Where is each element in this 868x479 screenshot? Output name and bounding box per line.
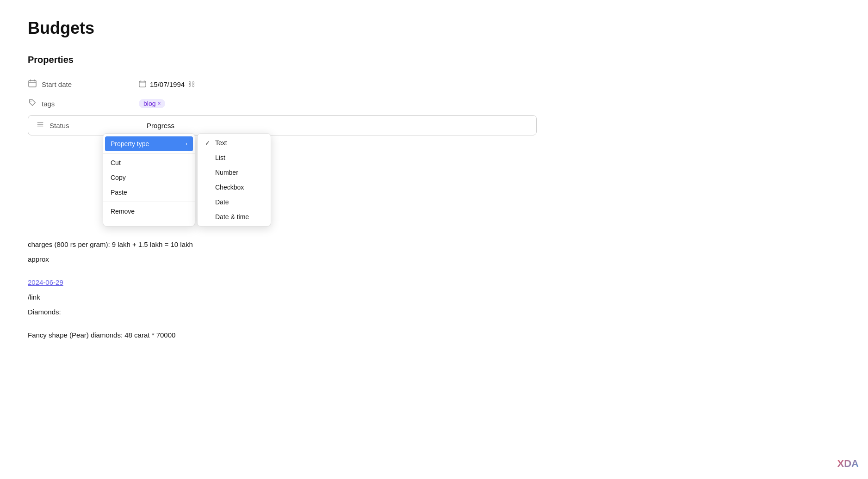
menu-item-paste-label: Paste — [111, 189, 127, 196]
menu-item-property-type-label: Property type — [111, 140, 149, 147]
submenu-item-date-time[interactable]: ✓ Date & time — [198, 209, 271, 224]
svg-rect-0 — [29, 80, 36, 87]
status-value: Progress — [147, 122, 174, 129]
menu-divider-2 — [103, 202, 195, 202]
menu-item-property-type-chevron: › — [186, 141, 187, 147]
tags-label-text: tags — [42, 100, 55, 108]
start-date-value-text: 15/07/1994 — [150, 80, 185, 88]
menu-divider — [103, 153, 195, 154]
status-label: Status — [36, 120, 137, 130]
context-menu-container: Property type › Cut Copy Paste Remove — [103, 133, 271, 227]
link-line: /link — [28, 292, 620, 303]
content-section: charges (800 rs per gram): 9 lakh + 1.5 … — [28, 239, 620, 341]
context-menu-left: Property type › Cut Copy Paste Remove — [103, 133, 195, 227]
calendar-icon — [28, 79, 37, 89]
submenu-item-text[interactable]: ✓ Text — [198, 135, 271, 150]
charges-text: charges (800 rs per gram): 9 lakh + 1.5 … — [28, 240, 193, 248]
start-date-calendar-icon — [139, 80, 146, 89]
submenu-item-checkbox-label: Checkbox — [215, 184, 244, 191]
text-check-icon: ✓ — [205, 140, 211, 147]
menu-item-cut[interactable]: Cut — [103, 155, 195, 170]
approx-line: approx — [28, 254, 620, 265]
svg-point-8 — [31, 101, 31, 102]
submenu-item-date[interactable]: ✓ Date — [198, 195, 271, 209]
start-date-link-icon[interactable]: ⛓ — [188, 80, 195, 88]
status-label-text: Status — [50, 122, 69, 129]
link-text: /link — [28, 293, 40, 301]
date-link[interactable]: 2024-06-29 — [28, 278, 63, 286]
submenu-item-text-label: Text — [215, 139, 227, 147]
submenu-item-date-time-label: Date & time — [215, 213, 249, 221]
submenu-item-number-label: Number — [215, 169, 238, 176]
diamonds-text: Diamonds: — [28, 308, 61, 316]
fancy-shape-line: Fancy shape (Pear) diamonds: 48 carat * … — [28, 330, 620, 341]
properties-section: Properties Start date — [28, 55, 620, 137]
watermark-text: XDA — [837, 458, 859, 470]
tag-icon — [28, 98, 37, 109]
menu-item-copy[interactable]: Copy — [103, 170, 195, 185]
menu-item-remove[interactable]: Remove — [103, 204, 195, 219]
menu-item-paste[interactable]: Paste — [103, 185, 195, 200]
submenu-item-date-label: Date — [215, 198, 229, 206]
date-link-line: 2024-06-29 — [28, 277, 620, 288]
watermark: XDA — [837, 458, 859, 470]
approx-text: approx — [28, 255, 49, 263]
tags-row: tags blog × — [28, 94, 620, 113]
menu-item-remove-label: Remove — [111, 208, 135, 215]
page-title: Budgets — [28, 18, 620, 38]
blog-tag-label: blog — [143, 100, 155, 107]
blog-tag-close[interactable]: × — [157, 100, 161, 107]
tags-value: blog × — [139, 99, 165, 108]
status-value-text: Progress — [147, 122, 174, 129]
fancy-shape-text: Fancy shape (Pear) diamonds: 48 carat * … — [28, 331, 175, 339]
submenu-item-list-label: List — [215, 154, 225, 161]
menu-item-copy-label: Copy — [111, 174, 126, 181]
svg-rect-4 — [139, 81, 146, 86]
start-date-row: Start date 15/07/1994 ⛓ — [28, 74, 620, 94]
start-date-value: 15/07/1994 ⛓ — [139, 80, 195, 89]
menu-item-property-type[interactable]: Property type › — [105, 136, 193, 151]
properties-heading: Properties — [28, 55, 620, 65]
submenu-item-list[interactable]: ✓ List — [198, 150, 271, 165]
context-menu-right: ✓ Text ✓ List ✓ Number ✓ Checkbox ✓ Date — [197, 133, 271, 227]
charges-line: charges (800 rs per gram): 9 lakh + 1.5 … — [28, 239, 620, 250]
status-icon — [36, 120, 45, 130]
submenu-item-checkbox[interactable]: ✓ Checkbox — [198, 180, 271, 195]
diamonds-line: Diamonds: — [28, 307, 620, 318]
properties-list: Start date 15/07/1994 ⛓ — [28, 74, 620, 137]
submenu-item-number[interactable]: ✓ Number — [198, 165, 271, 180]
blog-tag[interactable]: blog × — [139, 99, 165, 108]
start-date-label: Start date — [28, 79, 130, 89]
tags-label: tags — [28, 98, 130, 109]
menu-item-cut-label: Cut — [111, 159, 121, 166]
status-row: Status Progress — [28, 115, 537, 135]
start-date-label-text: Start date — [42, 80, 72, 88]
